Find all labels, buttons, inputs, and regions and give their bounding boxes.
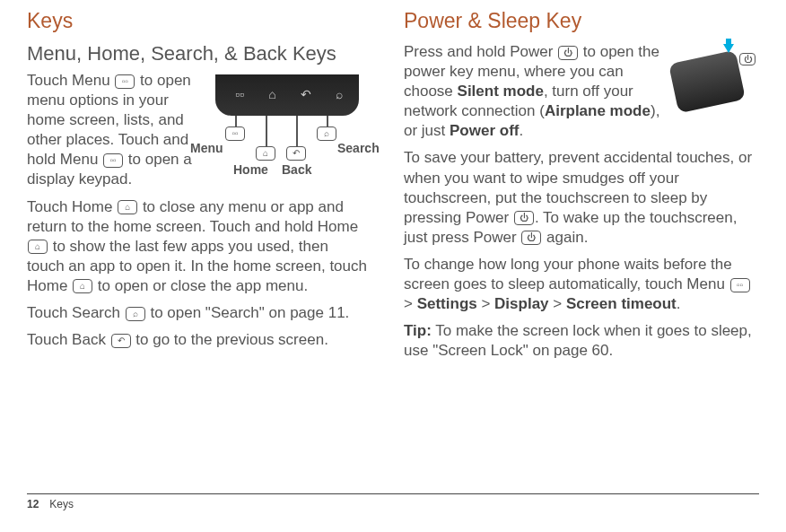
text: Touch Back (27, 331, 110, 348)
text: Press and hold Power (404, 43, 557, 60)
page-footer: 12Keys (27, 493, 759, 510)
power-icon: ⏻ (558, 46, 578, 60)
right-column: Power & Sleep Key ⏻ Press and hold Power… (404, 9, 754, 480)
callout-line (296, 116, 298, 148)
bold-tip: Tip: (404, 322, 432, 339)
heading-keys: Keys (27, 9, 368, 33)
text: Touch Search (27, 304, 125, 321)
menu-icon: ▫▫ (103, 153, 123, 168)
power-icon: ⏻ (514, 211, 534, 225)
label-menu: Menu (190, 141, 223, 155)
text: to open or close the app menu. (93, 277, 308, 294)
menu-icon: ▫▫ (115, 74, 135, 89)
strip-search-icon: ⌕ (336, 87, 343, 101)
bold-settings: Settings (417, 295, 477, 312)
bold-display: Display (494, 295, 548, 312)
search-icon: ⌕ (126, 307, 145, 321)
callout-line (266, 116, 267, 148)
phone-bottom-strip: ▫▫ ⌂ ↶ ⌕ (215, 74, 359, 116)
menu-key-icon: ▫▫ (225, 126, 245, 141)
home-icon: ⌂ (28, 240, 48, 254)
text: . (677, 295, 681, 312)
text: Touch Home (27, 198, 117, 215)
bold-silent: Silent mode (458, 83, 544, 100)
text: > (549, 295, 566, 312)
label-back: Back (282, 162, 311, 177)
phone-power-illustration: ⏻ (673, 46, 754, 118)
strip-key-icons: ▫▫ ⌂ ↶ ⌕ (235, 87, 343, 101)
bold-timeout: Screen timeout (566, 295, 677, 312)
text: Touch Menu (27, 72, 114, 89)
text: to open "Search" on page 11. (146, 304, 350, 321)
phone-body-icon (668, 50, 746, 114)
subheading-keys: Menu, Home, Search, & Back Keys (27, 42, 368, 65)
footer-section: Keys (49, 498, 74, 510)
home-icon: ⌂ (73, 279, 92, 293)
text: . (519, 122, 523, 139)
para-back: Touch Back ↶ to go to the previous scree… (27, 330, 368, 350)
para-search: Touch Search ⌕ to open "Search" on page … (27, 303, 368, 323)
strip-back-icon: ↶ (301, 87, 311, 101)
para-tip: Tip: To make the screen lock when it goe… (404, 321, 754, 361)
bold-airplane: Airplane mode (545, 102, 651, 119)
home-icon: ⌂ (118, 200, 137, 214)
strip-menu-icon: ▫▫ (235, 87, 244, 101)
para-timeout: To change how long your phone waits befo… (404, 255, 754, 314)
text: To make the screen lock when it goes to … (404, 322, 752, 359)
home-key-icon: ⌂ (256, 146, 275, 161)
diagram-callouts: ▫▫ ⌂ ↶ ⌕ Menu Search Home Back (206, 119, 368, 173)
bold-poweroff: Power off (450, 122, 519, 139)
power-key-icon: ⏻ (739, 53, 755, 65)
text: to go to the previous screen. (132, 331, 328, 348)
left-column: Keys Menu, Home, Search, & Back Keys ▫▫ … (27, 9, 368, 480)
heading-power: Power & Sleep Key (404, 9, 754, 33)
page-number: 12 (27, 498, 39, 510)
keys-diagram: ▫▫ ⌂ ↶ ⌕ ▫▫ ⌂ ↶ ⌕ Menu Search Home Back (206, 74, 368, 173)
arrow-down-icon (723, 44, 734, 53)
back-key-icon: ↶ (286, 146, 306, 161)
label-search: Search (337, 141, 380, 155)
text: again. (542, 229, 588, 246)
text: > (404, 295, 417, 312)
page-container: Keys Menu, Home, Search, & Back Keys ▫▫ … (0, 0, 786, 480)
label-home: Home (233, 162, 268, 177)
para-home: Touch Home ⌂ to close any menu or app an… (27, 197, 368, 296)
strip-home-icon: ⌂ (268, 87, 275, 101)
search-key-icon: ⌕ (317, 126, 336, 141)
menu-icon: ▫▫ (730, 278, 750, 292)
text: > (477, 295, 494, 312)
back-icon: ↶ (111, 334, 131, 348)
power-icon: ⏻ (521, 231, 541, 245)
text: To change how long your phone waits befo… (404, 256, 732, 292)
para-sleep: To save your battery, prevent accidental… (404, 148, 754, 247)
